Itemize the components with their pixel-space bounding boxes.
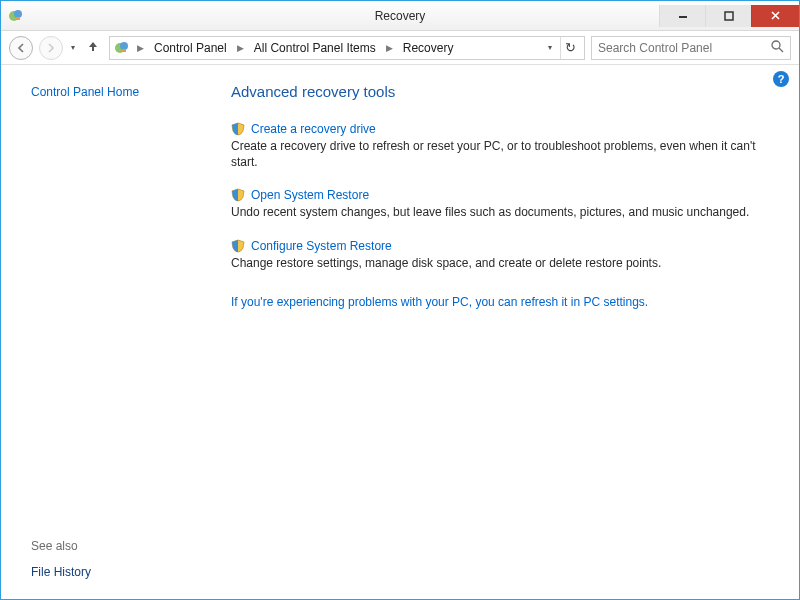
app-icon xyxy=(7,7,25,25)
title-bar: Recovery xyxy=(1,1,799,31)
svg-rect-2 xyxy=(16,17,20,20)
forward-button[interactable] xyxy=(39,36,63,60)
address-icon xyxy=(114,40,130,56)
pc-settings-refresh-link[interactable]: If you're experiencing problems with you… xyxy=(231,295,648,309)
back-button[interactable] xyxy=(9,36,33,60)
svg-rect-3 xyxy=(679,16,687,18)
window-title: Recovery xyxy=(375,9,426,23)
sidebar: Control Panel Home See also File History xyxy=(1,65,221,599)
address-bar[interactable]: ▶ Control Panel ▶ All Control Panel Item… xyxy=(109,36,585,60)
control-panel-home-link[interactable]: Control Panel Home xyxy=(31,85,211,99)
file-history-link[interactable]: File History xyxy=(31,565,211,579)
breadcrumb-item[interactable]: Recovery xyxy=(400,40,457,56)
shield-icon xyxy=(231,188,245,202)
up-button[interactable] xyxy=(83,40,103,55)
address-dropdown-icon[interactable]: ▾ xyxy=(548,43,552,52)
shield-icon xyxy=(231,239,245,253)
search-input[interactable] xyxy=(598,41,771,55)
open-system-restore-link[interactable]: Open System Restore xyxy=(251,188,369,202)
tool-description: Create a recovery drive to refresh or re… xyxy=(231,138,769,170)
maximize-button[interactable] xyxy=(705,5,751,27)
recent-locations-dropdown[interactable]: ▾ xyxy=(69,43,77,52)
svg-point-1 xyxy=(14,10,22,18)
configure-system-restore-link[interactable]: Configure System Restore xyxy=(251,239,392,253)
help-icon[interactable]: ? xyxy=(773,71,789,87)
svg-point-6 xyxy=(120,42,128,50)
shield-icon xyxy=(231,122,245,136)
tool-create-recovery-drive: Create a recovery drive Create a recover… xyxy=(231,122,769,170)
chevron-right-icon[interactable]: ▶ xyxy=(134,43,147,53)
chevron-right-icon[interactable]: ▶ xyxy=(383,43,396,53)
svg-rect-4 xyxy=(725,12,733,20)
see-also-heading: See also xyxy=(31,539,211,553)
tool-description: Undo recent system changes, but leave fi… xyxy=(231,204,769,220)
tool-open-system-restore: Open System Restore Undo recent system c… xyxy=(231,188,769,220)
breadcrumb-item[interactable]: All Control Panel Items xyxy=(251,40,379,56)
tool-configure-system-restore: Configure System Restore Change restore … xyxy=(231,239,769,271)
close-button[interactable] xyxy=(751,5,799,27)
nav-bar: ▾ ▶ Control Panel ▶ All Control Panel It… xyxy=(1,31,799,65)
svg-point-8 xyxy=(772,41,780,49)
breadcrumb-item[interactable]: Control Panel xyxy=(151,40,230,56)
tool-description: Change restore settings, manage disk spa… xyxy=(231,255,769,271)
svg-line-9 xyxy=(779,48,783,52)
chevron-right-icon[interactable]: ▶ xyxy=(234,43,247,53)
refresh-button[interactable]: ↻ xyxy=(560,37,580,59)
minimize-button[interactable] xyxy=(659,5,705,27)
main-content: ? Advanced recovery tools Create a recov… xyxy=(221,65,799,599)
window-controls xyxy=(659,5,799,27)
create-recovery-drive-link[interactable]: Create a recovery drive xyxy=(251,122,376,136)
page-heading: Advanced recovery tools xyxy=(231,83,769,100)
search-icon[interactable] xyxy=(771,40,784,56)
svg-rect-7 xyxy=(122,49,126,52)
search-box[interactable] xyxy=(591,36,791,60)
